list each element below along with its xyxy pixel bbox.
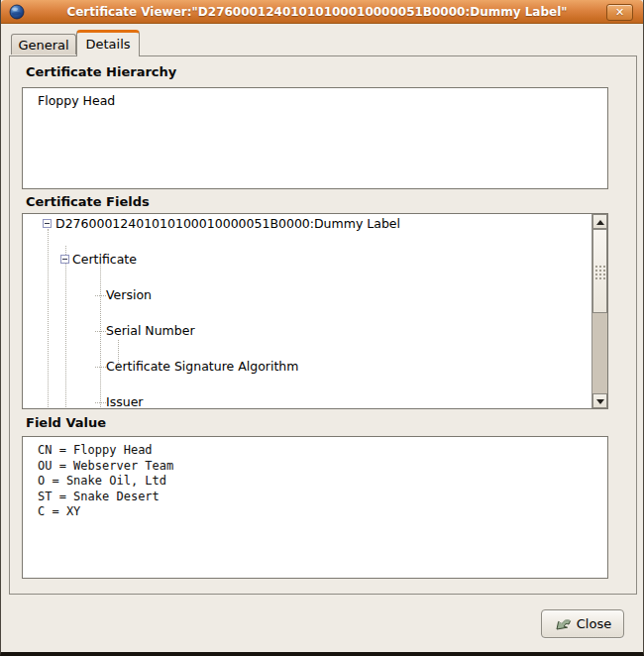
close-arrow-icon (554, 614, 573, 633)
tree-branch-line (95, 331, 106, 332)
details-tab-panel: Certificate Hierarchy Floppy Head Certif… (9, 55, 637, 595)
certificate-fields-label: Certificate Fields (26, 194, 150, 209)
field-value-text[interactable]: CN = Floppy HeadOU = Webserver TeamO = S… (22, 436, 608, 579)
field-value-line: ST = Snake Desert (38, 490, 607, 505)
tree-branch-line (95, 367, 106, 368)
scrollbar-track[interactable] (592, 313, 607, 393)
scrollbar-down-button[interactable] (592, 393, 607, 408)
arrow-down-icon (596, 399, 604, 404)
arrow-up-icon (596, 220, 604, 225)
tree-row-label: D27600012401010100010000051B0000:Dummy L… (55, 215, 400, 233)
expander-minus-icon[interactable] (60, 255, 69, 264)
scrollbar-up-button[interactable] (592, 214, 607, 229)
tree-row[interactable]: Serial Number (23, 322, 591, 340)
field-value-line: C = XY (38, 504, 607, 520)
certificate-hierarchy-list[interactable]: Floppy Head (22, 87, 608, 189)
tree-branch-line (95, 402, 106, 403)
scrollbar-thumb[interactable] (592, 229, 607, 313)
window-close-button[interactable]: ✕ (606, 4, 633, 21)
field-value-line: CN = Floppy Head (38, 443, 607, 459)
tree-row-label: Version (106, 286, 152, 304)
scrollbar-grip-icon (595, 266, 597, 268)
tab-details[interactable]: Details (76, 30, 140, 56)
field-value-label: Field Value (26, 415, 106, 430)
close-icon: ✕ (615, 6, 624, 19)
certificate-viewer-window: Certificate Viewer:"D2760001240101010001… (0, 0, 644, 656)
close-button-label: Close (577, 616, 611, 631)
certificate-hierarchy-label: Certificate Hierarchy (26, 64, 176, 79)
tree-row-label: Certificate (72, 251, 137, 269)
globe-icon (9, 4, 25, 20)
tree-row-label: Certificate Signature Algorithm (106, 358, 298, 376)
field-value-line: OU = Webserver Team (38, 459, 607, 475)
hierarchy-list-item[interactable]: Floppy Head (23, 88, 607, 108)
window-title: Certificate Viewer:"D2760001240101010001… (31, 0, 603, 24)
field-value-line: O = Snake Oil, Ltd (38, 474, 607, 490)
tree-row[interactable]: Certificate Signature Algorithm (23, 358, 591, 376)
certificate-fields-tree[interactable]: D27600012401010100010000051B0000:Dummy L… (23, 215, 591, 409)
tree-row-label: Serial Number (106, 322, 195, 340)
tab-general-label: General (18, 38, 68, 53)
expander-minus-icon[interactable] (43, 219, 52, 228)
tree-row-label: Issuer (106, 393, 143, 409)
tree-branch-line (95, 295, 106, 296)
tree-row[interactable]: Certificate (23, 251, 591, 269)
tab-general[interactable]: General (11, 34, 76, 55)
tree-row[interactable]: Issuer (23, 393, 591, 409)
certificate-fields-treeview: D27600012401010100010000051B0000:Dummy L… (22, 213, 608, 409)
tree-scrollbar[interactable] (591, 214, 607, 408)
tree-row[interactable]: D27600012401010100010000051B0000:Dummy L… (23, 215, 591, 233)
window-titlebar[interactable]: Certificate Viewer:"D2760001240101010001… (1, 0, 643, 24)
tree-row[interactable]: Version (23, 286, 591, 304)
tab-details-label: Details (85, 37, 130, 52)
close-button[interactable]: Close (541, 609, 624, 638)
